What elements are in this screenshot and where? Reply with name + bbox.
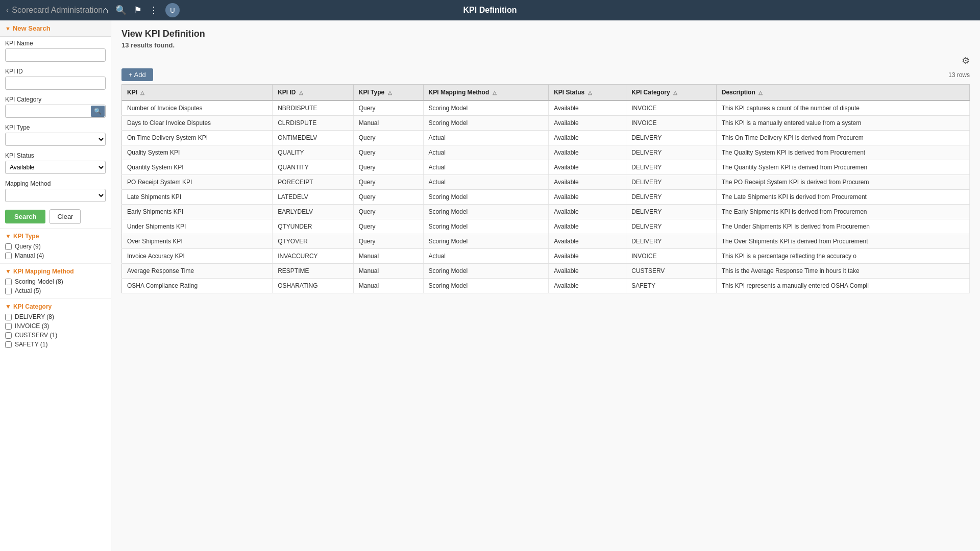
table-row[interactable]: Days to Clear Invoice DisputesCLRDISPUTE…: [122, 116, 970, 131]
filter-label-safety[interactable]: SAFETY (1): [15, 341, 47, 348]
cell-kpi-id: NBRDISPUTE: [273, 101, 354, 116]
kpi-type-filter-header[interactable]: ▼ KPI Type: [5, 233, 106, 240]
kpi-id-input[interactable]: [5, 77, 106, 90]
filter-checkbox-actual[interactable]: [5, 288, 12, 294]
cell-status: Available: [549, 175, 626, 190]
filter-checkbox-scoring[interactable]: [5, 279, 12, 285]
more-icon[interactable]: ⋮: [149, 5, 158, 16]
cell-kpi-id: OSHARATING: [273, 279, 354, 293]
filter-label-scoring[interactable]: Scoring Model (8): [15, 278, 63, 285]
cell-description: This KPI is a percentage reflecting the …: [716, 249, 969, 264]
search-button[interactable]: Search: [5, 210, 45, 223]
kpi-name-input[interactable]: [5, 48, 106, 62]
table-row[interactable]: Invoice Accuracy KPIINVACCURCYManualActu…: [122, 249, 970, 264]
sort-icon-description: △: [758, 90, 763, 95]
filter-label-custserv[interactable]: CUSTSERV (1): [15, 332, 57, 339]
col-status[interactable]: KPI Status △: [549, 85, 626, 101]
cell-mapping: Actual: [423, 131, 549, 145]
kpi-type-group: KPI Type Query Manual: [0, 121, 111, 149]
kpi-category-filter-arrow: ▼: [5, 303, 11, 310]
cell-description: The Late Shipments KPI is derived from P…: [716, 190, 969, 205]
cell-status: Available: [549, 249, 626, 264]
sort-icon-mapping: △: [493, 90, 497, 95]
kpi-status-select[interactable]: Available —: [5, 161, 106, 174]
col-category[interactable]: KPI Category △: [626, 85, 717, 101]
results-count: 13 results found.: [121, 41, 970, 49]
sidebar-toggle-button[interactable]: ▮: [111, 276, 111, 296]
table-row[interactable]: On Time Delivery System KPIONTIMEDELVQue…: [122, 131, 970, 145]
col-description[interactable]: Description △: [716, 85, 969, 101]
sort-icon-kpi-type: △: [388, 90, 392, 95]
filter-checkbox-delivery[interactable]: [5, 314, 12, 320]
clear-button[interactable]: Clear: [50, 209, 81, 224]
col-mapping-method[interactable]: KPI Mapping Method △: [423, 85, 549, 101]
table-row[interactable]: Late Shipments KPILATEDELVQueryScoring M…: [122, 190, 970, 205]
cell-kpi-id: EARLYDELV: [273, 205, 354, 219]
table-row[interactable]: OSHA Compliance RatingOSHARATINGManualSc…: [122, 279, 970, 293]
sidebar: ▼ New Search KPI Name KPI ID KPI Categor…: [0, 20, 111, 551]
back-button[interactable]: ‹ Scorecard Administration: [6, 6, 103, 15]
kpi-mapping-filter-header[interactable]: ▼ KPI Mapping Method: [5, 268, 106, 275]
table-row[interactable]: Early Shipments KPIEARLYDELVQueryScoring…: [122, 205, 970, 219]
sort-icon-kpi: △: [140, 90, 144, 95]
cell-kpi: Number of Invoice Disputes: [122, 101, 273, 116]
table-row[interactable]: Over Shipments KPIQTYOVERQueryScoring Mo…: [122, 234, 970, 249]
cell-mapping: Actual: [423, 175, 549, 190]
new-search-label: New Search: [13, 24, 51, 32]
kpi-category-filter-header[interactable]: ▼ KPI Category: [5, 303, 106, 310]
cell-mapping: Actual: [423, 249, 549, 264]
cell-kpi-id: RESPTIME: [273, 264, 354, 279]
kpi-category-input-wrapper: 🔍: [5, 105, 106, 118]
avatar[interactable]: U: [165, 3, 180, 17]
kpi-status-label: KPI Status: [5, 152, 106, 159]
cell-kpi-id: ONTIMEDELV: [273, 131, 354, 145]
cell-kpi-type: Manual: [353, 249, 423, 264]
col-kpi-type[interactable]: KPI Type △: [353, 85, 423, 101]
topbar: ‹ Scorecard Administration KPI Definitio…: [0, 0, 980, 20]
kpi-type-filter-arrow: ▼: [5, 233, 11, 240]
home-icon[interactable]: ⌂: [103, 5, 108, 16]
filter-checkbox-query[interactable]: [5, 243, 12, 250]
cell-status: Available: [549, 234, 626, 249]
kpi-name-group: KPI Name: [0, 37, 111, 65]
gear-settings-button[interactable]: ⚙: [962, 55, 970, 66]
filter-label-actual[interactable]: Actual (5): [15, 287, 41, 294]
cell-category: DELIVERY: [626, 145, 717, 160]
filter-label-invoice[interactable]: INVOICE (3): [15, 322, 49, 330]
filter-label-delivery[interactable]: DELIVERY (8): [15, 313, 54, 320]
back-arrow-icon: ‹: [6, 6, 9, 15]
cell-kpi: PO Receipt System KPI: [122, 175, 273, 190]
filter-item-scoring: Scoring Model (8): [5, 278, 106, 285]
sort-icon-category: △: [673, 90, 677, 95]
filter-checkbox-invoice[interactable]: [5, 323, 12, 330]
filter-label-manual[interactable]: Manual (4): [15, 252, 44, 259]
filter-checkbox-manual[interactable]: [5, 253, 12, 259]
col-kpi[interactable]: KPI △: [122, 85, 273, 101]
mapping-method-select[interactable]: Scoring Model Actual: [5, 189, 106, 202]
search-icon[interactable]: 🔍: [115, 5, 127, 16]
kpi-mapping-filter-arrow: ▼: [5, 268, 11, 275]
filter-item-invoice: INVOICE (3): [5, 322, 106, 330]
kpi-id-label: KPI ID: [5, 68, 106, 75]
kpi-category-search-button[interactable]: 🔍: [91, 106, 105, 117]
main-layout: ▼ New Search KPI Name KPI ID KPI Categor…: [0, 20, 980, 551]
kpi-type-select[interactable]: Query Manual: [5, 133, 106, 146]
new-search-header[interactable]: ▼ New Search: [0, 20, 111, 37]
search-actions: Search Clear ▮: [0, 205, 111, 228]
table-row[interactable]: Average Response TimeRESPTIMEManualScori…: [122, 264, 970, 279]
cell-status: Available: [549, 101, 626, 116]
table-row[interactable]: Under Shipments KPIQTYUNDERQueryScoring …: [122, 219, 970, 234]
kpi-category-group: KPI Category 🔍: [0, 93, 111, 121]
table-row[interactable]: PO Receipt System KPIPORECEIPTQueryActua…: [122, 175, 970, 190]
filter-checkbox-safety[interactable]: [5, 341, 12, 348]
table-row[interactable]: Quantity System KPIQUANTITYQueryActualAv…: [122, 160, 970, 175]
filter-item-actual: Actual (5): [5, 287, 106, 294]
table-row[interactable]: Number of Invoice DisputesNBRDISPUTEQuer…: [122, 101, 970, 116]
flag-icon[interactable]: ⚑: [134, 5, 142, 16]
filter-label-query[interactable]: Query (9): [15, 243, 41, 250]
table-row[interactable]: Quality System KPIQUALITYQueryActualAvai…: [122, 145, 970, 160]
filter-checkbox-custserv[interactable]: [5, 332, 12, 339]
col-kpi-id[interactable]: KPI ID △: [273, 85, 354, 101]
cell-kpi-id: PORECEIPT: [273, 175, 354, 190]
add-button[interactable]: + Add: [121, 68, 153, 81]
